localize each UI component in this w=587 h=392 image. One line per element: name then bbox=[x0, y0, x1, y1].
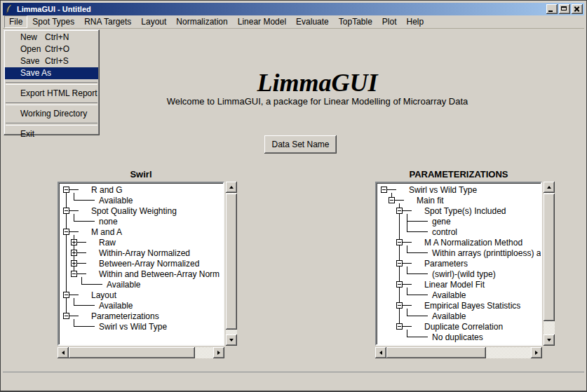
menubar-item-linear-model[interactable]: Linear Model bbox=[233, 15, 291, 28]
tree-item-label[interactable]: gene bbox=[432, 217, 451, 227]
tree-item[interactable]: Between-Array Normalized bbox=[60, 258, 223, 269]
tree-item[interactable]: M A Normalization Method bbox=[378, 237, 541, 248]
menubar-item-rna-targets[interactable]: RNA Targets bbox=[79, 15, 136, 28]
tree-item[interactable]: Available bbox=[60, 300, 223, 311]
tree-item[interactable]: Parameterizations bbox=[60, 311, 223, 321]
tree-item-label[interactable]: Raw bbox=[99, 238, 116, 248]
scrollbar-thumb[interactable] bbox=[544, 194, 555, 321]
tree-item-label[interactable]: Within-Array Normalized bbox=[99, 248, 190, 258]
menubar-item-layout[interactable]: Layout bbox=[136, 15, 171, 28]
scrollbar-thumb[interactable] bbox=[386, 347, 486, 358]
title-bar[interactable]: LimmaGUI - Untitled bbox=[3, 3, 584, 15]
menu-item-save[interactable]: SaveCtrl+S bbox=[5, 55, 98, 67]
parameterizations-vertical-scrollbar[interactable] bbox=[544, 182, 555, 346]
menubar-item-help[interactable]: Help bbox=[402, 15, 429, 28]
tree-item-label[interactable]: Parameters bbox=[424, 259, 468, 269]
maximize-icon[interactable] bbox=[559, 4, 570, 14]
menu-item-export-html-report[interactable]: Export HTML Report bbox=[5, 88, 98, 100]
scroll-right-icon[interactable] bbox=[213, 347, 224, 358]
tree-item[interactable]: Spot Type(s) Included bbox=[378, 205, 541, 216]
menubar-item-toptable[interactable]: TopTable bbox=[334, 15, 377, 28]
menu-item-working-directory[interactable]: Working Directory bbox=[5, 108, 98, 120]
parameterizations-horizontal-scrollbar[interactable] bbox=[375, 347, 542, 358]
tree-item-label[interactable]: No duplicates bbox=[432, 332, 483, 342]
scroll-down-icon[interactable] bbox=[226, 334, 237, 346]
tree-item[interactable]: Within and Between-Array Norm bbox=[60, 269, 223, 279]
tree-item[interactable]: Available bbox=[378, 290, 541, 300]
scroll-up-icon[interactable] bbox=[544, 182, 555, 193]
collapse-minus-icon[interactable] bbox=[63, 208, 69, 214]
scrollbar-thumb[interactable] bbox=[226, 194, 237, 330]
collapse-minus-icon[interactable] bbox=[396, 302, 403, 309]
tree-item[interactable]: Available bbox=[378, 311, 541, 321]
tree-item-label[interactable]: Available bbox=[99, 301, 133, 311]
tree-item-label[interactable]: Spot Type(s) Included bbox=[424, 206, 506, 216]
tree-item[interactable]: none bbox=[60, 216, 223, 227]
collapse-minus-icon[interactable] bbox=[396, 323, 403, 330]
tree-item-label[interactable]: Between-Array Normalized bbox=[99, 259, 199, 269]
tree-item-label[interactable]: Available bbox=[432, 311, 466, 321]
swirl-horizontal-scrollbar[interactable] bbox=[58, 347, 224, 358]
tree-item[interactable]: gene bbox=[378, 216, 541, 227]
menubar-item-spot-types[interactable]: Spot Types bbox=[27, 15, 79, 28]
scroll-up-icon[interactable] bbox=[226, 182, 237, 193]
scroll-left-icon[interactable] bbox=[375, 347, 386, 358]
tree-item[interactable]: Available bbox=[60, 195, 223, 205]
collapse-minus-icon[interactable] bbox=[396, 281, 403, 288]
scroll-left-icon[interactable] bbox=[58, 347, 69, 358]
collapse-minus-icon[interactable] bbox=[396, 208, 403, 214]
close-icon[interactable] bbox=[572, 4, 583, 14]
tree-item-label[interactable]: Within arrays (printtiploess) a bbox=[432, 248, 541, 258]
swirl-vertical-scrollbar[interactable] bbox=[226, 182, 237, 346]
tree-item-label[interactable]: Layout bbox=[91, 290, 116, 300]
tree-item-label[interactable]: R and G bbox=[91, 185, 123, 195]
scroll-down-icon[interactable] bbox=[544, 334, 555, 346]
scrollbar-thumb[interactable] bbox=[69, 347, 195, 358]
tree-item-label[interactable]: Swirl vs Wild Type bbox=[99, 322, 167, 332]
expand-plus-icon[interactable] bbox=[71, 239, 77, 245]
tree-item-label[interactable]: Duplicate Correlation bbox=[424, 322, 503, 332]
menubar-item-file[interactable]: File bbox=[4, 15, 27, 28]
swirl-tree-canvas[interactable]: R and GAvailableSpot Quality Weightingno… bbox=[58, 182, 224, 346]
tree-item[interactable]: (swirl)-(wild type) bbox=[378, 269, 541, 279]
minimize-icon[interactable] bbox=[546, 4, 558, 14]
collapse-minus-icon[interactable] bbox=[63, 187, 69, 193]
tree-item[interactable]: Within arrays (printtiploess) a bbox=[378, 248, 541, 258]
tree-item[interactable]: Parameters bbox=[378, 258, 541, 269]
tree-item[interactable]: Within-Array Normalized bbox=[60, 248, 223, 258]
collapse-minus-icon[interactable] bbox=[381, 187, 387, 193]
tree-item-label[interactable]: (swirl)-(wild type) bbox=[432, 269, 496, 279]
tree-item[interactable]: Swirl vs Wild Type bbox=[378, 184, 541, 195]
tree-item[interactable]: Empirical Bayes Statistics bbox=[378, 300, 541, 311]
tree-item-label[interactable]: Available bbox=[432, 290, 466, 300]
tree-item[interactable]: Swirl vs Wild Type bbox=[60, 321, 223, 332]
tree-item-label[interactable]: Swirl vs Wild Type bbox=[409, 185, 477, 195]
tree-item[interactable]: Raw bbox=[60, 237, 223, 248]
tree-item[interactable]: No duplicates bbox=[378, 332, 541, 342]
tree-item[interactable]: Available bbox=[60, 279, 223, 290]
tree-item-label[interactable]: Empirical Bayes Statistics bbox=[424, 301, 520, 311]
tree-item[interactable]: control bbox=[378, 227, 541, 237]
tree-item[interactable]: R and G bbox=[60, 184, 223, 195]
expand-plus-icon[interactable] bbox=[71, 250, 77, 256]
tree-item[interactable]: Duplicate Correlation bbox=[378, 321, 541, 332]
menu-item-open[interactable]: OpenCtrl+O bbox=[5, 43, 98, 55]
menubar-item-normalization[interactable]: Normalization bbox=[171, 15, 232, 28]
tree-item-label[interactable]: Spot Quality Weighting bbox=[91, 206, 177, 216]
collapse-minus-icon[interactable] bbox=[389, 197, 395, 203]
tree-item-label[interactable]: Parameterizations bbox=[91, 311, 159, 321]
tree-item-label[interactable]: Available bbox=[99, 196, 133, 205]
collapse-minus-icon[interactable] bbox=[63, 229, 69, 235]
parameterizations-tree-canvas[interactable]: Swirl vs Wild TypeMain fitSpot Type(s) I… bbox=[375, 182, 542, 346]
expand-plus-icon[interactable] bbox=[71, 260, 77, 266]
collapse-minus-icon[interactable] bbox=[396, 260, 403, 266]
tree-item-label[interactable]: Linear Model Fit bbox=[424, 280, 485, 290]
tree-item[interactable]: Spot Quality Weighting bbox=[60, 205, 223, 216]
tree-item[interactable]: Layout bbox=[60, 290, 223, 300]
menu-item-new[interactable]: NewCtrl+N bbox=[5, 32, 98, 43]
scroll-right-icon[interactable] bbox=[531, 347, 542, 358]
tree-item[interactable]: Main fit bbox=[378, 195, 541, 205]
menu-item-exit[interactable]: Exit bbox=[5, 128, 98, 140]
tree-item-label[interactable]: M and A bbox=[91, 227, 122, 237]
collapse-minus-icon[interactable] bbox=[396, 239, 403, 245]
